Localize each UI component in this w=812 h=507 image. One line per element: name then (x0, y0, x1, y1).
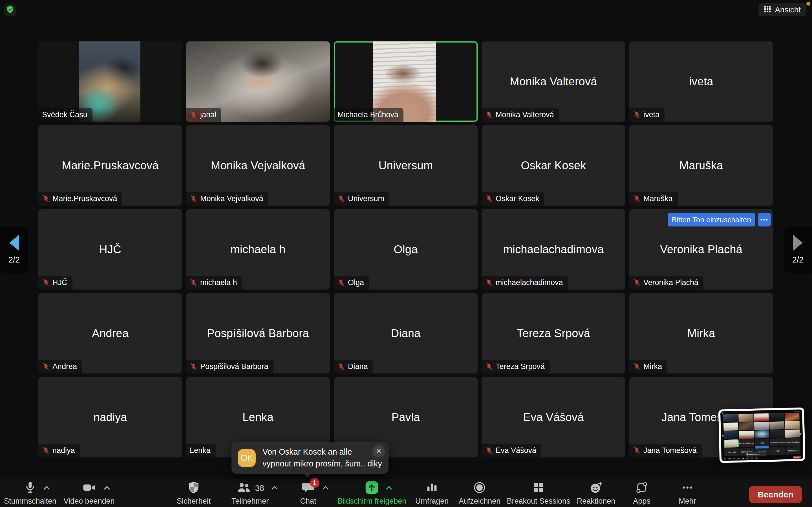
participant-tile-tereza-srpov[interactable]: Tereza SrpováTereza Srpová (481, 293, 625, 374)
share-screen-icon (365, 481, 378, 496)
muted-mic-icon (190, 111, 197, 119)
participant-tile-diana[interactable]: DianaDiana (334, 293, 477, 374)
next-page-button[interactable]: 2/2 (784, 226, 812, 273)
participant-name-label: michaelachadimova (481, 276, 568, 290)
status-indicator-dot (806, 2, 810, 6)
toolbar-item-share[interactable]: Bildschirm freigeben (338, 481, 407, 506)
preview-video-thumb (769, 413, 784, 421)
participant-label-text: Olga (348, 278, 364, 287)
participant-name-label: Oskar Kosek (481, 192, 545, 206)
muted-mic-icon (633, 363, 641, 371)
close-icon: ✕ (376, 447, 382, 455)
participant-gallery: Svědek ČasujanalMichaela BrůhováMonika V… (38, 41, 773, 457)
participant-tile-hj[interactable]: HJČHJČ (38, 209, 182, 290)
toolbar-item-record[interactable]: Aufzeichnen (459, 481, 501, 506)
minimized-window-preview[interactable]: ◀▶Monika ValterováivetaMarie.Pruskavcová… (718, 407, 806, 463)
preview-toolbar: Beenden (724, 456, 801, 460)
participant-name-label: janal (186, 108, 221, 122)
meeting-security-shield-button[interactable] (4, 4, 16, 16)
preview-video-thumb (754, 421, 769, 430)
view-button[interactable]: Ansicht (758, 3, 806, 16)
preview-video-thumb (724, 431, 739, 439)
muted-mic-icon (485, 195, 493, 203)
close-notification-button[interactable]: ✕ (372, 445, 385, 457)
participant-tile-michaela-h[interactable]: michaela hmichaela h (186, 209, 330, 290)
participant-name-label: Tereza Srpová (481, 360, 550, 374)
toolbar-item-polls[interactable]: Umfragen (415, 481, 449, 506)
participant-tile-andrea[interactable]: AndreaAndrea (38, 293, 182, 374)
chevron-up-icon[interactable] (43, 485, 51, 492)
toolbar-item-more[interactable]: Mehr (679, 481, 696, 506)
participant-name-label: Andrea (38, 360, 82, 374)
toolbar-item-participants[interactable]: 38Teilnehmer (232, 481, 269, 506)
reactions-icon (589, 481, 603, 496)
ask-to-unmute-button[interactable]: Bitten Ton einzuschalten (668, 213, 755, 226)
previous-page-button[interactable]: 2/2 (0, 226, 28, 273)
participant-tile-michaela-br-hov[interactable]: Michaela Brůhová (334, 41, 477, 122)
preview-leave-button: Beenden (793, 456, 801, 459)
participant-name-label: HJČ (38, 276, 72, 290)
tile-more-options-button[interactable]: ••• (758, 213, 771, 226)
participant-tile-michaelachadimova[interactable]: michaelachadimovamichaelachadimova (481, 209, 625, 290)
toolbar-item-label: Sicherheit (177, 497, 211, 506)
muted-mic-icon (42, 195, 50, 203)
muted-mic-icon (485, 111, 493, 119)
participant-tile-universum[interactable]: UniversumUniversum (334, 125, 477, 206)
participant-tile-iveta[interactable]: ivetaiveta (629, 41, 773, 122)
participants-icon (236, 481, 252, 496)
apps-icon (635, 481, 648, 495)
muted-mic-icon (190, 195, 197, 203)
chevron-up-icon[interactable] (385, 485, 393, 492)
participant-tile-olga[interactable]: OlgaOlga (334, 209, 477, 290)
chevron-up-icon[interactable] (103, 485, 111, 492)
participant-label-text: Monika Vejvalková (200, 194, 263, 203)
toolbar-item-mute[interactable]: Stummschalten (4, 481, 56, 506)
preview-active-video-thumb (724, 439, 739, 448)
participant-tile-mirka[interactable]: MirkaMirka (629, 293, 773, 374)
toolbar-item-label: Mehr (679, 497, 696, 506)
page-indicator-right: 2/2 (792, 255, 804, 265)
participant-tile-sv-dek-asu[interactable]: Svědek Času (38, 41, 182, 122)
preview-video-thumb (754, 430, 769, 438)
participant-tile-oskar-kosek[interactable]: Oskar KosekOskar Kosek (481, 125, 625, 206)
chevron-up-icon[interactable] (270, 485, 279, 492)
preview-participant-name: Monika Valterová (739, 439, 754, 447)
participant-label-text: Pospíšilová Barbora (200, 362, 268, 371)
shield-check-icon (6, 5, 14, 15)
muted-mic-icon (42, 279, 50, 286)
toolbar-item-security[interactable]: Sicherheit (177, 481, 211, 506)
participant-tile-veronika-plach[interactable]: Veronika PlacháBitten Ton einzuschalten•… (629, 209, 773, 290)
preview-participant-name: Monika Vejvalková (785, 438, 800, 446)
participant-name-label: Pospíšilová Barbora (186, 360, 273, 374)
toolbar-item-chat[interactable]: 1Chat (300, 481, 316, 506)
participant-tile-maru-ka[interactable]: MaruškaMaruška (629, 125, 773, 206)
sender-avatar: OK (238, 449, 256, 467)
participant-label-text: Eva Vášová (496, 446, 536, 455)
participant-name-label: Jana Tomešová (629, 444, 702, 457)
participant-tile-monika-vejvalkov[interactable]: Monika VejvalkováMonika Vejvalková (186, 125, 330, 206)
participant-name-label: michaela h (186, 276, 242, 290)
participant-tile-marie-pruskavcov[interactable]: Marie.PruskavcováMarie.Pruskavcová (38, 125, 182, 206)
participant-tile-monika-valterov[interactable]: Monika ValterováMonika Valterová (481, 41, 625, 122)
record-icon (473, 481, 486, 496)
participant-tile-janal[interactable]: janal (186, 41, 330, 122)
preview-video-thumb (784, 421, 800, 429)
toolbar-item-breakout[interactable]: Breakout Sessions (507, 481, 570, 506)
toolbar-item-reactions[interactable]: Reaktionen (577, 481, 615, 506)
leave-meeting-button[interactable]: Beenden (749, 486, 802, 503)
preview-participant-name: Marie.Pruskavcová (770, 438, 784, 446)
participant-tile-eva-v-ov[interactable]: Eva VášováEva Vášová (481, 377, 625, 457)
preview-video-thumb (754, 413, 769, 421)
toolbar-item-label: Breakout Sessions (507, 497, 570, 506)
participant-label-text: Diana (348, 362, 368, 371)
preview-video-thumb (784, 413, 800, 421)
muted-mic-icon (633, 195, 641, 203)
muted-mic-icon (633, 111, 641, 119)
participant-tile-nadiya[interactable]: nadiyanadiya (38, 377, 182, 457)
participant-tile-posp-ilov-barbora[interactable]: Pospíšilová BarboraPospíšilová Barbora (186, 293, 330, 374)
preview-prev-arrow: ◀ (721, 434, 723, 437)
chevron-up-icon[interactable] (321, 485, 329, 492)
toolbar-item-label: Aufzeichnen (459, 497, 501, 506)
toolbar-item-apps[interactable]: Apps (633, 481, 651, 506)
toolbar-item-video[interactable]: Video beenden (63, 481, 114, 506)
